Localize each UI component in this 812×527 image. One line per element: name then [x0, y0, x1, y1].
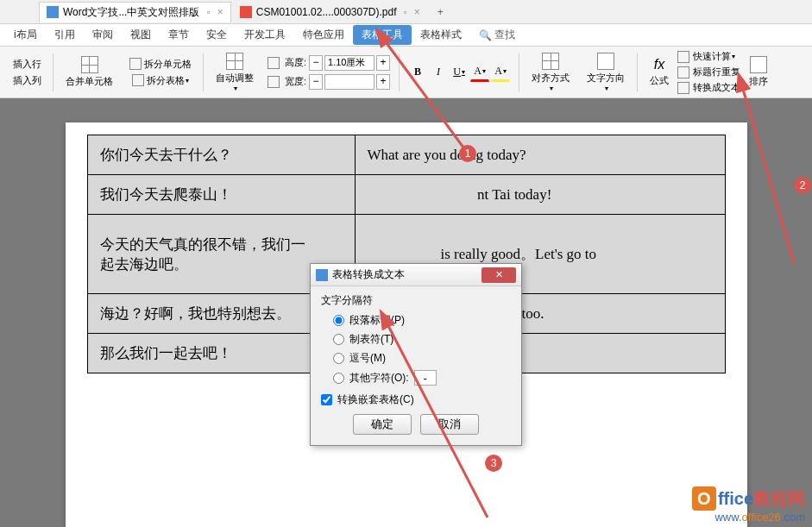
split-cells-icon [129, 58, 142, 70]
row-height-icon [268, 57, 280, 69]
height-input[interactable] [324, 55, 375, 71]
menu-section[interactable]: 章节 [160, 25, 198, 45]
menu-bar: i布局 引用 审阅 视图 章节 安全 开发工具 特色应用 表格工具 表格样式 🔍… [0, 24, 812, 47]
height-label: 高度: [285, 56, 306, 69]
radio-comma-input[interactable] [333, 353, 344, 364]
menu-table-style[interactable]: 表格样式 [412, 25, 470, 45]
ok-button[interactable]: 确定 [353, 414, 412, 435]
annotation-badge-1: 1 [459, 145, 476, 162]
auto-adjust-icon [226, 53, 243, 70]
merge-cells-icon [81, 56, 98, 73]
split-cells-button[interactable]: 拆分单元格 [127, 57, 194, 72]
quick-calc-button[interactable]: 快速计算▾ [677, 50, 740, 63]
table-cell[interactable]: xxxxxxxxxxxxxxxnt Tai today! [355, 175, 725, 215]
word-icon [47, 6, 59, 18]
table-row: 你们今天去干什么？What are you doing today? [87, 135, 725, 175]
convert-text-icon [677, 82, 689, 94]
doc-tab-word[interactable]: Word文字技...中英文对照排版 ▫ × [39, 2, 231, 22]
split-table-icon [132, 74, 144, 86]
formula-button[interactable]: fx 公式 [646, 55, 672, 89]
table-cell[interactable]: 我们今天去爬泰山！ [87, 175, 355, 215]
dialog-titlebar[interactable]: 表格转换成文本 ✕ [311, 264, 521, 286]
header-repeat-button[interactable]: 标题行重复 [677, 66, 740, 78]
width-decrease[interactable]: − [309, 74, 323, 90]
convert-to-text-button[interactable]: 转换成文本 [677, 81, 740, 94]
radio-other[interactable]: 其他字符(O): [333, 370, 511, 386]
height-decrease[interactable]: − [309, 55, 323, 71]
tab-close-icon[interactable]: × [414, 6, 420, 18]
col-width-icon [268, 76, 280, 88]
menu-layout[interactable]: i布局 [5, 25, 46, 45]
width-input[interactable] [324, 74, 375, 90]
doc-tab-label: Word文字技...中英文对照排版 [63, 5, 199, 20]
text-direction-button[interactable]: 文字方向▾ [583, 51, 628, 94]
checkbox-nested-input[interactable] [321, 394, 332, 405]
watermark-logo-icon: O [692, 486, 716, 511]
merge-cells-button[interactable]: 合并单元格 [62, 54, 116, 90]
split-table-button[interactable]: 拆分表格▾ [129, 73, 192, 88]
dialog-title: 表格转换成文本 [332, 267, 405, 282]
font-color-button[interactable]: A▾ [470, 63, 489, 82]
radio-tab[interactable]: 制表符(T) [333, 332, 511, 347]
annotation-badge-3: 3 [485, 455, 502, 472]
pdf-icon [240, 6, 252, 18]
menu-reference[interactable]: 引用 [46, 25, 84, 45]
height-increase[interactable]: + [376, 55, 390, 71]
table-cell[interactable]: 你们今天去干什么？ [87, 135, 355, 175]
search-icon: 🔍 [479, 29, 492, 41]
sort-button[interactable]: 排序 [746, 54, 771, 90]
radio-comma[interactable]: 逗号(M) [333, 351, 511, 366]
ribbon-toolbar: 插入行 插入列 合并单元格 拆分单元格 拆分表格▾ 自动调整▾ 高度: − + [0, 47, 812, 98]
dialog-close-button[interactable]: ✕ [482, 267, 516, 283]
align-button[interactable]: 对齐方式▾ [528, 51, 573, 94]
radio-other-input[interactable] [333, 373, 344, 384]
highlight-button[interactable]: A▾ [491, 63, 510, 82]
formula-icon: fx [654, 57, 664, 72]
bold-button[interactable]: B [408, 63, 427, 82]
insert-row-button[interactable]: 插入行 [10, 57, 44, 72]
align-icon [542, 53, 559, 70]
cancel-button[interactable]: 取消 [420, 414, 479, 435]
menu-review[interactable]: 审阅 [84, 25, 122, 45]
auto-adjust-button[interactable]: 自动调整▾ [212, 51, 257, 94]
menu-search[interactable]: 🔍 查找 [479, 28, 515, 42]
radio-paragraph-input[interactable] [333, 315, 344, 326]
annotation-badge-2: 2 [794, 177, 811, 194]
calculator-icon [677, 51, 689, 63]
table-row: 我们今天去爬泰山！xxxxxxxxxxxxxxxnt Tai today! [87, 175, 725, 215]
checkbox-nested[interactable]: 转换嵌套表格(C) [321, 392, 511, 407]
width-label: 宽度: [285, 75, 306, 88]
header-repeat-icon [677, 66, 689, 78]
separator-group-label: 文字分隔符 [321, 293, 511, 308]
table-cell[interactable]: What are you doing today? [355, 135, 725, 175]
document-tabs-bar: Word文字技...中英文对照排版 ▫ × CSM01001.02....000… [0, 0, 812, 24]
menu-security[interactable]: 安全 [198, 25, 236, 45]
underline-button[interactable]: U▾ [450, 63, 469, 82]
doc-tab-label: CSM01001.02....000307D).pdf [256, 6, 397, 18]
dialog-app-icon [316, 269, 328, 281]
menu-special[interactable]: 特色应用 [294, 25, 353, 45]
watermark: Office教程网 www.office26.com [692, 486, 805, 524]
tab-expand-icon[interactable]: ▫ [206, 6, 210, 18]
menu-devtools[interactable]: 开发工具 [236, 25, 294, 45]
menu-view[interactable]: 视图 [122, 25, 160, 45]
new-tab-button[interactable]: + [429, 6, 452, 18]
menu-table-tools[interactable]: 表格工具 [353, 25, 412, 45]
width-increase[interactable]: + [376, 74, 390, 90]
doc-tab-pdf[interactable]: CSM01001.02....000307D).pdf ▫ × [233, 2, 427, 22]
radio-paragraph[interactable]: 段落标记(P) [333, 313, 511, 328]
radio-tab-input[interactable] [333, 334, 344, 345]
tab-close-icon[interactable]: × [217, 6, 223, 18]
tab-expand-icon[interactable]: ▫ [404, 6, 407, 18]
italic-button[interactable]: I [429, 63, 448, 82]
insert-col-button[interactable]: 插入列 [10, 73, 44, 88]
text-direction-icon [597, 53, 614, 70]
convert-table-dialog: 表格转换成文本 ✕ 文字分隔符 段落标记(P) 制表符(T) 逗号(M) 其他字… [310, 263, 522, 446]
other-separator-input[interactable] [414, 370, 437, 386]
sort-icon [750, 56, 767, 73]
